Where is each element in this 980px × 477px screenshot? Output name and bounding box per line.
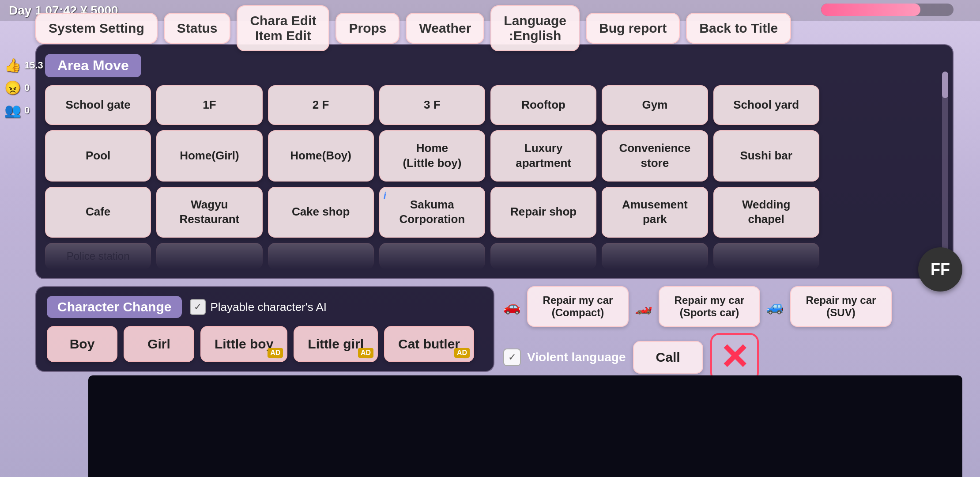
- violent-language-label: Violent language: [527, 350, 626, 364]
- char-btn-little-boy[interactable]: Little boy 🔒 AD: [200, 326, 287, 362]
- bug-report-button[interactable]: Bug report: [586, 13, 680, 44]
- area-btn-rooftop[interactable]: Rooftop: [490, 85, 596, 125]
- area-btn-cake-shop[interactable]: Cake shop: [268, 187, 374, 238]
- area-btn-gym[interactable]: Gym: [602, 85, 708, 125]
- area-btn-wagyu-restaurant[interactable]: WagyuRestaurant: [156, 187, 262, 238]
- char-btn-little-girl[interactable]: Little girl 🔒 AD: [294, 326, 378, 362]
- system-setting-button[interactable]: System Setting: [35, 13, 158, 44]
- char-panel-header: Character Change ✓ Playable character's …: [47, 296, 483, 318]
- char-btn-girl[interactable]: Girl: [124, 326, 194, 362]
- area-btn-repair-shop[interactable]: Repair shop: [490, 187, 596, 238]
- close-button[interactable]: ✕: [710, 333, 759, 382]
- close-icon: ✕: [720, 340, 749, 375]
- area-btn-cafe[interactable]: Cafe: [45, 187, 151, 238]
- partial-row: Police station: [45, 243, 944, 269]
- area-btn-1f[interactable]: 1F: [156, 85, 262, 125]
- area-btn-home-girl[interactable]: Home(Girl): [156, 130, 262, 182]
- area-btn-pool[interactable]: Pool: [45, 130, 151, 182]
- area-btn-home-little-boy[interactable]: Home(Little boy): [379, 130, 485, 182]
- character-change-title: Character Change: [47, 296, 182, 318]
- ai-label: Playable character's AI: [210, 300, 327, 314]
- likes-hud: 👍 15.3: [4, 57, 43, 73]
- scrollbar[interactable]: [942, 72, 948, 274]
- weather-button[interactable]: Weather: [406, 13, 484, 44]
- area-grid: School gate 1F 2 F 3 F Rooftop Gym Schoo…: [45, 85, 944, 238]
- angry-icon: 😠: [4, 80, 21, 95]
- character-buttons: Boy Girl Little boy 🔒 AD Little girl 🔒 A…: [47, 326, 483, 362]
- area-btn-police-station-partial: Police station: [45, 243, 151, 269]
- char-btn-cat-butler[interactable]: Cat butler 🔒 AD: [384, 326, 474, 362]
- sports-car-icon: 🏎️: [635, 298, 652, 315]
- area-btn-sakuma-corporation[interactable]: SakumaCorporation: [379, 187, 485, 238]
- angry-hud: 😠 0: [4, 80, 43, 95]
- group-hud: 👥 0: [4, 102, 43, 118]
- chara-edit-button[interactable]: Chara EditItem Edit: [237, 5, 329, 51]
- angry-value: 0: [24, 82, 30, 94]
- group-icon: 👥: [4, 102, 21, 118]
- character-change-panel: Character Change ✓ Playable character's …: [35, 286, 494, 372]
- language-button[interactable]: Language:English: [490, 5, 580, 51]
- car-icon-row: 🚗 Repair my car(Compact) 🏎️ Repair my ca…: [503, 286, 954, 327]
- scroll-thumb: [942, 72, 948, 98]
- repair-suv-button[interactable]: Repair my car(SUV): [790, 286, 892, 327]
- like-icon: 👍: [4, 57, 21, 73]
- back-to-title-button[interactable]: Back to Title: [686, 13, 791, 44]
- area-btn-convenience-store[interactable]: Conveniencestore: [602, 130, 708, 182]
- repair-compact-button[interactable]: Repair my car(Compact): [527, 286, 629, 327]
- preview-area: [88, 375, 962, 477]
- violent-language-row: ✓ Violent language: [503, 348, 626, 366]
- group-value: 0: [24, 105, 30, 116]
- area-btn-3f[interactable]: 3 F: [379, 85, 485, 125]
- area-btn-wedding-chapel[interactable]: Weddingchapel: [713, 187, 819, 238]
- repair-sports-button[interactable]: Repair my car(Sports car): [659, 286, 760, 327]
- area-btn-amusement-park[interactable]: Amusementpark: [602, 187, 708, 238]
- props-button[interactable]: Props: [335, 13, 400, 44]
- status-button[interactable]: Status: [164, 13, 231, 44]
- area-btn-luxury-apartment[interactable]: Luxuryapartment: [490, 130, 596, 182]
- area-panel-title: Area Move: [45, 54, 141, 77]
- area-btn-home-boy[interactable]: Home(Boy): [268, 130, 374, 182]
- likes-value: 15.3: [24, 60, 43, 71]
- progress-bar: [821, 4, 954, 16]
- ff-button[interactable]: FF: [918, 247, 962, 292]
- area-btn-school-yard[interactable]: School yard: [713, 85, 819, 125]
- bottom-controls: ✓ Violent language Call ✕: [503, 333, 954, 382]
- area-btn-2f[interactable]: 2 F: [268, 85, 374, 125]
- area-panel: Area Move School gate 1F 2 F 3 F Rooftop…: [35, 44, 954, 279]
- area-btn-school-gate[interactable]: School gate: [45, 85, 151, 125]
- compact-car-icon: 🚗: [503, 298, 521, 315]
- ai-checkbox-container: ✓ Playable character's AI: [190, 299, 327, 315]
- top-menu: System Setting Status Chara EditItem Edi…: [35, 5, 927, 51]
- left-hud: 👍 15.3 😠 0 👥 0: [0, 53, 48, 122]
- ai-checkbox[interactable]: ✓: [190, 299, 206, 315]
- call-button[interactable]: Call: [633, 341, 703, 374]
- violent-language-checkbox[interactable]: ✓: [503, 348, 521, 366]
- progress-bar-fill: [821, 4, 920, 16]
- suv-car-icon: 🚙: [766, 298, 784, 315]
- char-btn-boy[interactable]: Boy: [47, 326, 117, 362]
- area-btn-sushi-bar[interactable]: Sushi bar: [713, 130, 819, 182]
